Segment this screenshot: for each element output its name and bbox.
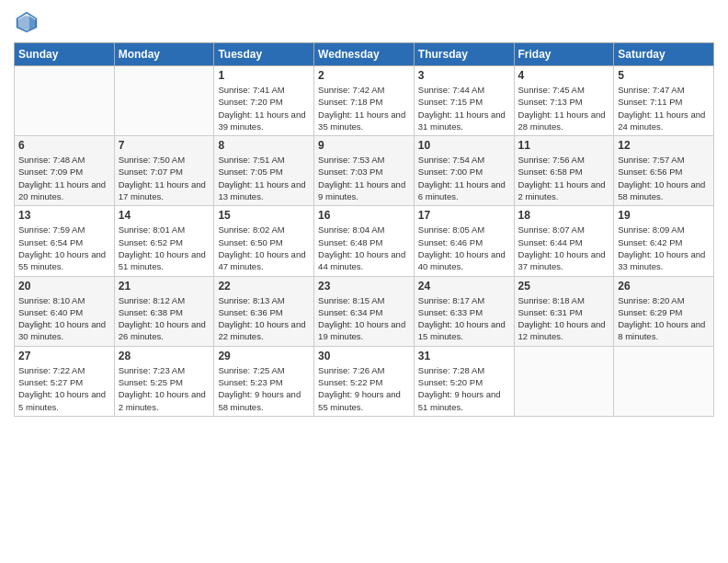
day-cell-19: 19Sunrise: 8:09 AM Sunset: 6:42 PM Dayli…	[614, 206, 714, 276]
calendar-table: SundayMondayTuesdayWednesdayThursdayFrid…	[14, 42, 714, 417]
day-info: Sunrise: 7:57 AM Sunset: 6:56 PM Dayligh…	[618, 154, 710, 202]
empty-cell	[15, 66, 115, 136]
day-number: 21	[119, 280, 210, 293]
week-row-1: 1Sunrise: 7:41 AM Sunset: 7:20 PM Daylig…	[15, 66, 714, 136]
day-cell-26: 26Sunrise: 8:20 AM Sunset: 6:29 PM Dayli…	[614, 276, 714, 346]
day-number: 19	[618, 209, 710, 222]
header-cell-friday: Friday	[514, 43, 614, 66]
day-cell-13: 13Sunrise: 7:59 AM Sunset: 6:54 PM Dayli…	[15, 206, 115, 276]
page: SundayMondayTuesdayWednesdayThursdayFrid…	[0, 0, 728, 563]
day-cell-24: 24Sunrise: 8:17 AM Sunset: 6:33 PM Dayli…	[414, 276, 514, 346]
day-info: Sunrise: 7:56 AM Sunset: 6:58 PM Dayligh…	[518, 154, 610, 202]
day-cell-23: 23Sunrise: 8:15 AM Sunset: 6:34 PM Dayli…	[314, 276, 415, 346]
day-number: 6	[18, 139, 110, 152]
day-cell-1: 1Sunrise: 7:41 AM Sunset: 7:20 PM Daylig…	[214, 66, 314, 136]
day-info: Sunrise: 8:07 AM Sunset: 6:44 PM Dayligh…	[518, 224, 610, 272]
day-info: Sunrise: 7:45 AM Sunset: 7:13 PM Dayligh…	[518, 84, 610, 132]
day-info: Sunrise: 8:05 AM Sunset: 6:46 PM Dayligh…	[418, 224, 510, 272]
day-info: Sunrise: 8:09 AM Sunset: 6:42 PM Dayligh…	[618, 224, 710, 272]
day-cell-22: 22Sunrise: 8:13 AM Sunset: 6:36 PM Dayli…	[214, 276, 314, 346]
day-cell-9: 9Sunrise: 7:53 AM Sunset: 7:03 PM Daylig…	[314, 136, 415, 206]
day-cell-20: 20Sunrise: 8:10 AM Sunset: 6:40 PM Dayli…	[15, 276, 115, 346]
empty-cell	[614, 346, 714, 416]
logo	[14, 9, 43, 35]
day-cell-10: 10Sunrise: 7:54 AM Sunset: 7:00 PM Dayli…	[414, 136, 514, 206]
calendar-header: SundayMondayTuesdayWednesdayThursdayFrid…	[15, 43, 714, 66]
week-row-4: 20Sunrise: 8:10 AM Sunset: 6:40 PM Dayli…	[15, 276, 714, 346]
day-cell-14: 14Sunrise: 8:01 AM Sunset: 6:52 PM Dayli…	[114, 206, 214, 276]
logo-icon	[14, 9, 40, 35]
day-info: Sunrise: 8:15 AM Sunset: 6:34 PM Dayligh…	[318, 294, 410, 343]
day-number: 8	[218, 139, 310, 152]
day-info: Sunrise: 7:28 AM Sunset: 5:20 PM Dayligh…	[418, 364, 510, 413]
day-cell-16: 16Sunrise: 8:04 AM Sunset: 6:48 PM Dayli…	[314, 206, 415, 276]
day-number: 7	[119, 139, 210, 152]
day-info: Sunrise: 7:59 AM Sunset: 6:54 PM Dayligh…	[18, 224, 110, 272]
day-info: Sunrise: 7:22 AM Sunset: 5:27 PM Dayligh…	[18, 364, 110, 413]
day-number: 15	[218, 209, 310, 222]
day-cell-8: 8Sunrise: 7:51 AM Sunset: 7:05 PM Daylig…	[214, 136, 314, 206]
day-cell-25: 25Sunrise: 8:18 AM Sunset: 6:31 PM Dayli…	[514, 276, 614, 346]
day-number: 20	[18, 280, 110, 293]
day-number: 23	[318, 280, 410, 293]
day-number: 27	[18, 350, 110, 362]
day-number: 5	[618, 69, 710, 82]
day-cell-11: 11Sunrise: 7:56 AM Sunset: 6:58 PM Dayli…	[514, 136, 614, 206]
day-number: 9	[318, 139, 410, 152]
day-info: Sunrise: 8:17 AM Sunset: 6:33 PM Dayligh…	[418, 294, 510, 343]
empty-cell	[114, 66, 214, 136]
header-row: SundayMondayTuesdayWednesdayThursdayFrid…	[15, 43, 714, 66]
header-cell-tuesday: Tuesday	[214, 43, 314, 66]
empty-cell	[514, 346, 614, 416]
day-cell-15: 15Sunrise: 8:02 AM Sunset: 6:50 PM Dayli…	[214, 206, 314, 276]
day-cell-4: 4Sunrise: 7:45 AM Sunset: 7:13 PM Daylig…	[514, 66, 614, 136]
day-info: Sunrise: 8:13 AM Sunset: 6:36 PM Dayligh…	[218, 294, 310, 343]
day-cell-7: 7Sunrise: 7:50 AM Sunset: 7:07 PM Daylig…	[114, 136, 214, 206]
calendar-body: 1Sunrise: 7:41 AM Sunset: 7:20 PM Daylig…	[15, 66, 714, 417]
day-cell-6: 6Sunrise: 7:48 AM Sunset: 7:09 PM Daylig…	[15, 136, 115, 206]
day-info: Sunrise: 8:10 AM Sunset: 6:40 PM Dayligh…	[18, 294, 110, 343]
day-cell-29: 29Sunrise: 7:25 AM Sunset: 5:23 PM Dayli…	[214, 346, 314, 416]
week-row-2: 6Sunrise: 7:48 AM Sunset: 7:09 PM Daylig…	[15, 136, 714, 206]
header-cell-monday: Monday	[114, 43, 214, 66]
day-number: 3	[418, 69, 510, 82]
day-cell-17: 17Sunrise: 8:05 AM Sunset: 6:46 PM Dayli…	[414, 206, 514, 276]
day-info: Sunrise: 7:47 AM Sunset: 7:11 PM Dayligh…	[618, 84, 710, 132]
day-number: 17	[418, 209, 510, 222]
day-cell-30: 30Sunrise: 7:26 AM Sunset: 5:22 PM Dayli…	[314, 346, 415, 416]
day-info: Sunrise: 8:12 AM Sunset: 6:38 PM Dayligh…	[119, 294, 210, 343]
day-number: 11	[518, 139, 610, 152]
day-info: Sunrise: 7:54 AM Sunset: 7:00 PM Dayligh…	[418, 154, 510, 202]
day-info: Sunrise: 7:26 AM Sunset: 5:22 PM Dayligh…	[318, 364, 410, 413]
day-cell-2: 2Sunrise: 7:42 AM Sunset: 7:18 PM Daylig…	[314, 66, 415, 136]
day-info: Sunrise: 7:23 AM Sunset: 5:25 PM Dayligh…	[119, 364, 210, 413]
day-cell-12: 12Sunrise: 7:57 AM Sunset: 6:56 PM Dayli…	[614, 136, 714, 206]
day-number: 12	[618, 139, 710, 152]
day-info: Sunrise: 7:41 AM Sunset: 7:20 PM Dayligh…	[218, 84, 310, 132]
day-number: 25	[518, 280, 610, 293]
day-info: Sunrise: 7:53 AM Sunset: 7:03 PM Dayligh…	[318, 154, 410, 202]
day-cell-27: 27Sunrise: 7:22 AM Sunset: 5:27 PM Dayli…	[15, 346, 115, 416]
day-number: 18	[518, 209, 610, 222]
day-number: 31	[418, 350, 510, 362]
week-row-3: 13Sunrise: 7:59 AM Sunset: 6:54 PM Dayli…	[15, 206, 714, 276]
day-cell-3: 3Sunrise: 7:44 AM Sunset: 7:15 PM Daylig…	[414, 66, 514, 136]
day-number: 10	[418, 139, 510, 152]
day-cell-28: 28Sunrise: 7:23 AM Sunset: 5:25 PM Dayli…	[114, 346, 214, 416]
day-number: 2	[318, 69, 410, 82]
day-number: 26	[618, 280, 710, 293]
day-number: 1	[218, 69, 310, 82]
day-cell-5: 5Sunrise: 7:47 AM Sunset: 7:11 PM Daylig…	[614, 66, 714, 136]
day-number: 30	[318, 350, 410, 362]
day-info: Sunrise: 8:02 AM Sunset: 6:50 PM Dayligh…	[218, 224, 310, 272]
day-info: Sunrise: 8:01 AM Sunset: 6:52 PM Dayligh…	[119, 224, 210, 272]
day-cell-21: 21Sunrise: 8:12 AM Sunset: 6:38 PM Dayli…	[114, 276, 214, 346]
day-number: 13	[18, 209, 110, 222]
day-info: Sunrise: 8:18 AM Sunset: 6:31 PM Dayligh…	[518, 294, 610, 343]
day-info: Sunrise: 7:51 AM Sunset: 7:05 PM Dayligh…	[218, 154, 310, 202]
day-cell-31: 31Sunrise: 7:28 AM Sunset: 5:20 PM Dayli…	[414, 346, 514, 416]
header	[14, 9, 714, 35]
day-info: Sunrise: 7:50 AM Sunset: 7:07 PM Dayligh…	[119, 154, 210, 202]
day-cell-18: 18Sunrise: 8:07 AM Sunset: 6:44 PM Dayli…	[514, 206, 614, 276]
day-info: Sunrise: 7:48 AM Sunset: 7:09 PM Dayligh…	[18, 154, 110, 202]
